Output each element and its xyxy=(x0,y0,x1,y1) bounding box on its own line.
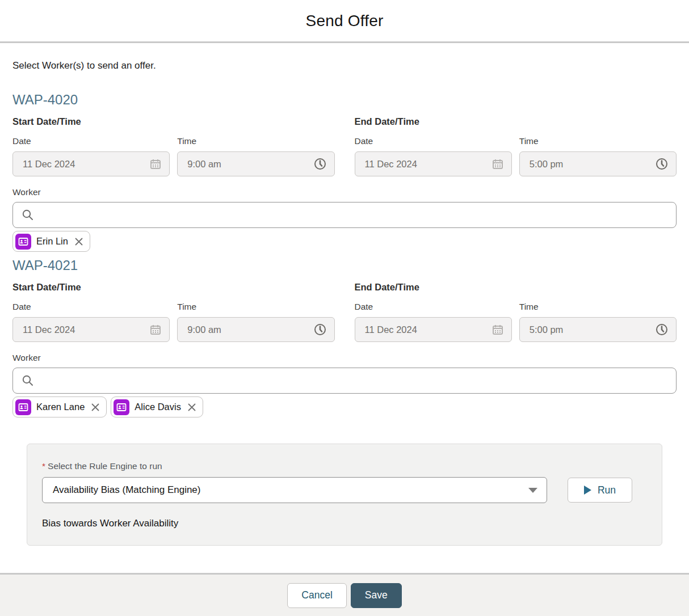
worker-pill[interactable]: Alice Davis xyxy=(111,396,203,417)
end-date-input[interactable]: 11 Dec 2024 xyxy=(355,317,512,342)
end-date-field: Date 11 Dec 2024 xyxy=(355,293,512,342)
worker-pill-label: Erin Lin xyxy=(36,236,68,247)
modal-body: Select Worker(s) to send an offer. WAP-4… xyxy=(0,43,689,573)
required-asterisk: * xyxy=(42,461,45,471)
rule-engine-label: *Select the Rule Engine to run xyxy=(42,461,647,471)
start-date-field: Date 11 Dec 2024 xyxy=(12,293,170,342)
start-time-input[interactable]: 9:00 am xyxy=(177,317,334,342)
remove-worker-icon[interactable] xyxy=(91,403,100,412)
start-date-field: Date 11 Dec 2024 xyxy=(12,127,170,176)
remove-worker-icon[interactable] xyxy=(187,403,196,412)
modal-footer: Cancel Save xyxy=(0,573,689,616)
rule-engine-label-text: Select the Rule Engine to run xyxy=(48,461,162,471)
search-icon xyxy=(22,209,34,221)
start-datetime-group: Start Date/Time Date 11 Dec 2024 Time xyxy=(12,273,335,342)
rule-engine-panel: *Select the Rule Engine to run Availabil… xyxy=(27,444,662,546)
date-label: Date xyxy=(355,136,512,146)
section-wap-4020: WAP-4020 Start Date/Time Date 11 Dec 202… xyxy=(12,92,677,252)
calendar-icon[interactable] xyxy=(492,324,503,335)
section-title: WAP-4020 xyxy=(12,92,677,108)
intro-text: Select Worker(s) to send an offer. xyxy=(12,60,677,71)
section-title: WAP-4021 xyxy=(12,258,677,273)
end-time-input[interactable]: 5:00 pm xyxy=(519,151,677,176)
date-label: Date xyxy=(12,136,170,146)
contact-card-icon xyxy=(15,234,31,250)
modal-title: Send Offer xyxy=(306,12,384,30)
chevron-down-icon xyxy=(528,488,537,493)
worker-search-input[interactable] xyxy=(40,375,669,386)
run-button-label: Run xyxy=(598,484,616,496)
contact-card-icon xyxy=(114,399,129,415)
cancel-button[interactable]: Cancel xyxy=(287,583,346,608)
end-date-value: 11 Dec 2024 xyxy=(365,324,492,335)
clock-icon[interactable] xyxy=(656,158,668,170)
worker-label: Worker xyxy=(12,187,677,197)
date-label: Date xyxy=(12,302,170,312)
start-datetime-heading: Start Date/Time xyxy=(12,116,335,127)
worker-pill-label: Alice Davis xyxy=(135,402,181,412)
time-label: Time xyxy=(519,302,677,312)
calendar-icon[interactable] xyxy=(150,158,161,170)
end-date-field: Date 11 Dec 2024 xyxy=(355,127,512,176)
worker-pills: Karen Lane Alice Davis xyxy=(12,396,677,417)
rule-engine-selected-option: Availability Bias (Matching Engine) xyxy=(53,484,528,496)
worker-search[interactable] xyxy=(12,368,677,394)
worker-pills: Erin Lin xyxy=(12,231,677,252)
start-time-field: Time 9:00 am xyxy=(177,293,334,342)
section-wap-4021: WAP-4021 Start Date/Time Date 11 Dec 202… xyxy=(12,258,677,417)
end-date-value: 11 Dec 2024 xyxy=(365,159,492,170)
end-time-value: 5:00 pm xyxy=(530,159,656,170)
rule-engine-select[interactable]: Availability Bias (Matching Engine) xyxy=(42,477,547,503)
end-datetime-group: End Date/Time Date 11 Dec 2024 Time xyxy=(355,108,677,176)
start-date-input[interactable]: 11 Dec 2024 xyxy=(12,151,170,176)
calendar-icon[interactable] xyxy=(492,158,503,170)
worker-pill-label: Karen Lane xyxy=(36,402,85,412)
calendar-icon[interactable] xyxy=(150,324,161,335)
worker-label: Worker xyxy=(12,353,677,363)
end-time-field: Time 5:00 pm xyxy=(519,293,677,342)
clock-icon[interactable] xyxy=(314,158,326,170)
clock-icon[interactable] xyxy=(314,323,326,336)
end-datetime-heading: End Date/Time xyxy=(355,282,677,293)
worker-pill[interactable]: Karen Lane xyxy=(12,396,107,417)
time-label: Time xyxy=(177,302,334,312)
start-datetime-group: Start Date/Time Date 11 Dec 2024 Time xyxy=(12,108,335,176)
start-time-value: 9:00 am xyxy=(187,324,313,335)
worker-search[interactable] xyxy=(12,202,677,228)
end-date-input[interactable]: 11 Dec 2024 xyxy=(355,151,512,176)
start-date-value: 11 Dec 2024 xyxy=(23,159,150,170)
rule-engine-description: Bias towards Worker Availability xyxy=(42,518,647,529)
start-datetime-heading: Start Date/Time xyxy=(12,282,335,293)
start-time-input[interactable]: 9:00 am xyxy=(177,151,334,176)
end-time-input[interactable]: 5:00 pm xyxy=(519,317,677,342)
end-datetime-group: End Date/Time Date 11 Dec 2024 Time xyxy=(355,273,677,342)
clock-icon[interactable] xyxy=(656,323,668,336)
end-time-field: Time 5:00 pm xyxy=(519,127,677,176)
modal-header: Send Offer xyxy=(0,0,689,43)
time-label: Time xyxy=(519,136,677,146)
remove-worker-icon[interactable] xyxy=(74,237,83,246)
run-button[interactable]: Run xyxy=(568,478,632,503)
end-datetime-heading: End Date/Time xyxy=(355,116,677,127)
worker-pill[interactable]: Erin Lin xyxy=(12,231,90,252)
search-icon xyxy=(22,374,34,387)
contact-card-icon xyxy=(15,399,31,415)
time-label: Time xyxy=(177,136,334,146)
end-time-value: 5:00 pm xyxy=(530,324,656,335)
start-date-input[interactable]: 11 Dec 2024 xyxy=(12,317,170,342)
save-button[interactable]: Save xyxy=(351,583,402,608)
start-date-value: 11 Dec 2024 xyxy=(23,324,150,335)
play-icon xyxy=(584,486,591,495)
start-time-field: Time 9:00 am xyxy=(177,127,334,176)
start-time-value: 9:00 am xyxy=(187,159,313,170)
worker-search-input[interactable] xyxy=(40,210,669,221)
date-label: Date xyxy=(355,302,512,312)
